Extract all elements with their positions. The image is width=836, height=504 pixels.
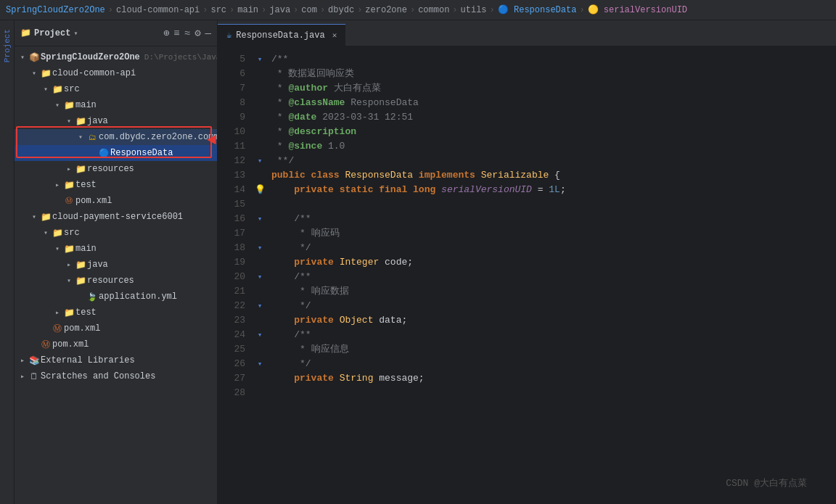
line-numbers: 5678910111213141516171819202122232425262… [218,46,254,504]
collapse-icon[interactable]: ≡ [173,28,179,39]
line-number: 17 [218,226,254,241]
arrow-cca [29,69,39,78]
options-icon[interactable]: ≈ [184,28,190,39]
code-line: **/ [271,154,836,168]
code-line: * 响应数据 [271,284,836,299]
gutter-item [254,371,266,386]
project-sidebar: 📁 Project ▾ ⊕ ≡ ≈ ⚙ — 📦 SpringCloudZero2… [15,20,218,504]
code-line: */ [271,299,836,313]
breadcrumb-item-4[interactable]: java [269,5,290,15]
breadcrumb-item-7[interactable]: zero2one [365,5,407,15]
sidebar-header: 📁 Project ▾ ⊕ ≡ ≈ ⚙ — [15,20,217,46]
code-line: */ [271,357,836,371]
tree-item-main2[interactable]: 📁 main [15,241,217,257]
dropdown-icon[interactable]: ▾ [73,29,78,38]
code-area[interactable]: /** * 数据返回响应类 * @author 大白有点菜 * @classNa… [266,46,836,504]
code-line: * @description [271,125,836,139]
tree-label-rd: ResponseData [110,148,173,158]
folder-icon: 📁 [20,28,31,38]
breadcrumb-item-2[interactable]: src [210,5,226,15]
gutter-item [254,386,266,400]
scratches-icon: 🗒 [28,371,41,382]
breadcrumb-item-11[interactable]: 🟡 serialVersionUID [588,4,687,15]
folder-icon-main2: 📁 [62,244,75,255]
tree-label-test1: test [75,180,97,190]
tree-item-scratches[interactable]: 🗒 Scratches and Consoles [15,368,217,384]
breadcrumb-item-8[interactable]: common [418,5,449,15]
tree-item-pkg[interactable]: 🗂 com.dbydc.zero2one.common.utils [15,129,217,145]
tree-item-main1[interactable]: 📁 main [15,97,217,113]
gutter-item [254,313,266,328]
line-number: 25 [218,342,254,357]
tree-item-resources1[interactable]: 📁 resources [15,161,217,177]
tree-item-pom1[interactable]: Ⓜ pom.xml [15,193,217,209]
yaml-icon: 🍃 [86,292,99,302]
line-number: 21 [218,284,254,299]
tree-item-ext-libs[interactable]: 📚 External Libraries [15,352,217,368]
tree-label-res2: resources [87,276,134,286]
tree-item-cloud-common-api[interactable]: 📁 cloud-common-api [15,65,217,81]
main-layout: Project 📁 Project ▾ ⊕ ≡ ≈ ⚙ — 📦 [0,20,836,504]
gutter-item [254,110,266,125]
tree-item-java1[interactable]: 📁 java [15,113,217,129]
tree-label-src2: src [64,228,80,238]
locate-icon[interactable]: ⊕ [163,27,169,39]
gutter-item: 💡 [254,183,266,197]
tree-item-test2[interactable]: 📁 test [15,305,217,321]
tree-item-src1[interactable]: 📁 src [15,81,217,97]
breadcrumb-item-9[interactable]: utils [461,5,487,15]
tree-item-cps6001[interactable]: 📁 cloud-payment-service6001 [15,209,217,225]
line-number: 10 [218,125,254,139]
tree-item-pom-root[interactable]: Ⓜ pom.xml [15,336,217,352]
breadcrumb-item-1[interactable]: cloud-common-api [116,5,200,15]
breadcrumb-bar: SpringCloudZero2One › cloud-common-api ›… [0,0,836,20]
arrow-res2 [64,276,74,285]
folder-icon-cps: 📁 [39,212,52,223]
line-number: 6 [218,67,254,81]
line-number: 12 [218,154,254,168]
project-tree: 📦 SpringCloudZero2One D:\Projects\Java\S… [15,46,217,504]
code-line: private Integer code; [271,255,836,270]
gutter-item: ▾ [254,357,266,371]
gutter-item: ▾ [254,270,266,284]
tab-close-icon[interactable]: ✕ [332,30,337,40]
gutter-item [254,168,266,183]
class-icon: 🔵 [97,148,110,159]
tree-item-appyml[interactable]: 🍃 application.yml [15,289,217,305]
editor-area: ☕ ResponseData.java ✕ 567891011121314151… [218,20,836,504]
line-number: 23 [218,313,254,328]
folder-icon-res2: 📁 [74,276,87,286]
tree-item-pom2[interactable]: Ⓜ pom.xml [15,321,217,336]
sidebar-toolbar: ⊕ ≡ ≈ ⚙ — [163,27,211,39]
arrow-main1 [52,101,62,110]
tree-label-pkg: com.dbydc.zero2one.common.utils [99,132,217,142]
code-line: * 响应信息 [271,342,836,357]
breadcrumb-item-10[interactable]: 🔵 ResponseData [498,4,577,15]
tree-item-resources2[interactable]: 📁 resources [15,273,217,289]
tree-label-root: SpringCloudZero2One [41,52,140,62]
line-number: 24 [218,328,254,342]
settings-icon[interactable]: ⚙ [194,27,200,39]
minimize-icon[interactable]: — [205,28,211,39]
gutter-item [254,96,266,110]
breadcrumb-item-0[interactable]: SpringCloudZero2One [6,5,105,15]
tree-item-src2[interactable]: 📁 src [15,225,217,241]
tab-responsedata[interactable]: ☕ ResponseData.java ✕ [218,24,345,46]
tree-item-test1[interactable]: 📁 test [15,177,217,193]
project-vertical-tab[interactable]: Project [1,20,14,71]
tree-item-responsedata[interactable]: 🔵 ResponseData [15,145,217,161]
breadcrumb-item-6[interactable]: dbydc [328,5,354,15]
code-line: public class ResponseData implements Ser… [271,168,836,183]
gutter-item [254,197,266,212]
tree-label-cca: cloud-common-api [52,68,136,78]
folder-icon-src2: 📁 [51,228,64,239]
pom-icon1: Ⓜ [62,196,75,206]
breadcrumb-item-3[interactable]: main [237,5,258,15]
breadcrumb-item-5[interactable]: com [301,5,317,15]
java-file-icon: ☕ [226,30,231,41]
code-line: * 响应码 [271,226,836,241]
line-number: 18 [218,241,254,255]
tree-item-root[interactable]: 📦 SpringCloudZero2One D:\Projects\Java\S… [15,49,217,65]
tree-item-java2[interactable]: 📁 java [15,257,217,273]
editor-content: 5678910111213141516171819202122232425262… [218,46,836,504]
